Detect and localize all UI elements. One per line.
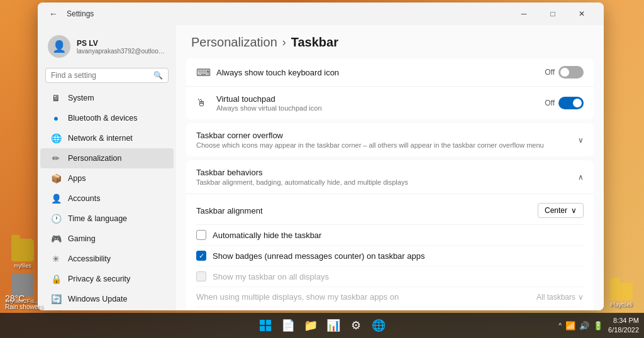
settings-window: ← Settings ─ □ ✕ 👤 PS LV lavanyaprakash3… xyxy=(38,3,604,310)
sidebar-item-accounts[interactable]: 👤 Accounts xyxy=(40,188,174,209)
page-header: Personalization › Taskbar xyxy=(176,25,604,55)
user-email: lavanyaprakash3792@outlook.c... xyxy=(77,48,165,55)
desktop-icon-folder-right[interactable]: PlaytSeli xyxy=(604,283,639,308)
taskbar-corner-overflow-section: Taskbar corner overflow Choose which ico… xyxy=(186,123,594,156)
sidebar-item-personalization[interactable]: ✏ Personalization xyxy=(40,148,174,168)
system-icon: 🖥 xyxy=(50,92,62,104)
window-controls: ─ □ ✕ xyxy=(509,5,596,23)
taskbar-browser[interactable]: 🌐 xyxy=(369,316,388,335)
touch-keyboard-row: ⌨ Always show touch keyboard icon Off xyxy=(186,58,594,87)
accounts-icon: 👤 xyxy=(50,193,62,204)
personalization-icon: ✏ xyxy=(50,153,62,164)
taskbar-explorer[interactable]: 📁 xyxy=(301,316,320,335)
accessibility-icon: ✳ xyxy=(50,253,62,264)
clock-area[interactable]: 8:34 PM 6/18/2022 xyxy=(608,316,639,335)
show-badges-row: ✓ Show badges (unread messages counter) … xyxy=(196,246,584,266)
sidebar-item-system[interactable]: 🖥 System xyxy=(40,88,174,108)
user-profile[interactable]: 👤 PS LV lavanyaprakash3792@outlook.c... xyxy=(38,30,176,65)
sidebar-item-time[interactable]: 🕐 Time & language xyxy=(40,209,174,229)
show-badges-checkbox[interactable]: ✓ xyxy=(196,251,206,261)
user-name: PS LV xyxy=(77,39,165,48)
search-container: 🔍 xyxy=(38,65,176,88)
taskbar-corner-overflow-header[interactable]: Taskbar corner overflow Choose which ico… xyxy=(186,123,594,156)
volume-icon: 🔊 xyxy=(579,321,589,330)
all-displays-row: Show my taskbar on all displays xyxy=(196,266,584,287)
maximize-button[interactable]: □ xyxy=(538,5,567,23)
touchpad-icon: 🖱 xyxy=(196,97,209,109)
sidebar-item-accessibility[interactable]: ✳ Accessibility xyxy=(40,249,174,269)
battery-icon: 🔋 xyxy=(593,321,603,330)
taskbar-app1[interactable]: 📊 xyxy=(324,316,343,335)
alignment-select[interactable]: Center ∨ xyxy=(538,203,584,218)
svg-rect-1 xyxy=(266,320,271,325)
virtual-touchpad-toggle[interactable] xyxy=(558,97,584,109)
sidebar-item-gaming[interactable]: 🎮 Gaming xyxy=(40,229,174,249)
keyboard-icon: ⌨ xyxy=(196,67,209,79)
taskbars-chevron-icon: ∨ xyxy=(578,293,584,302)
sidebar-item-privacy[interactable]: 🔒 Privacy & security xyxy=(40,269,174,289)
title-bar: ← Settings ─ □ ✕ xyxy=(38,3,604,25)
behaviors-chevron: ∧ xyxy=(578,173,584,182)
taskbar-search[interactable]: 📄 xyxy=(279,316,297,335)
taskbar: 📄 📁 📊 ⚙ 🌐 ^ 📶 🔊 🔋 8:34 PM 6/18/2022 xyxy=(0,313,644,338)
taskbar-behaviors-header[interactable]: Taskbar behaviors Taskbar alignment, bad… xyxy=(186,160,594,194)
sidebar: 👤 PS LV lavanyaprakash3792@outlook.c... … xyxy=(38,25,176,310)
alignment-chevron-icon: ∨ xyxy=(571,206,577,215)
behaviors-content: Taskbar alignment Center ∨ Automatically… xyxy=(186,194,594,310)
windows-update-icon: 🔄 xyxy=(50,293,62,305)
search-input[interactable] xyxy=(51,71,150,80)
desktop: myfiles myfiles2Fis... PlaytSeli ← Setti… xyxy=(0,0,644,338)
taskbar-center: 📄 📁 📊 ⚙ 🌐 xyxy=(256,316,388,335)
window-title: Settings xyxy=(67,9,94,18)
auto-hide-row: Automatically hide the taskbar xyxy=(196,225,584,246)
all-taskbars-select[interactable]: All taskbars ∨ xyxy=(536,293,584,302)
bluetooth-icon: ● xyxy=(50,112,62,124)
search-input-wrap[interactable]: 🔍 xyxy=(45,68,169,83)
toggle-knob-2 xyxy=(573,99,582,107)
avatar: 👤 xyxy=(48,35,70,58)
taskbar-settings[interactable]: ⚙ xyxy=(347,316,365,335)
apps-icon: 📦 xyxy=(50,173,62,184)
close-button[interactable]: ✕ xyxy=(567,5,596,23)
desktop-icon-myfiles[interactable]: myfiles xyxy=(5,239,40,269)
taskbar-right: ^ 📶 🔊 🔋 8:34 PM 6/18/2022 xyxy=(558,316,639,335)
sidebar-item-apps[interactable]: 📦 Apps xyxy=(40,168,174,188)
right-panel: Personalization › Taskbar ⌨ Always show … xyxy=(176,25,604,310)
touch-settings-section: ⌨ Always show touch keyboard icon Off xyxy=(186,58,594,119)
privacy-icon: 🔒 xyxy=(50,273,62,285)
sidebar-item-bluetooth[interactable]: ● Bluetooth & devices xyxy=(40,108,174,128)
virtual-touchpad-toggle-wrap: Off xyxy=(545,97,584,109)
svg-rect-0 xyxy=(260,320,265,325)
search-icon: 🔍 xyxy=(153,71,163,80)
main-content: 👤 PS LV lavanyaprakash3792@outlook.c... … xyxy=(38,25,604,310)
multi-display-row: When using multiple displays, show my ta… xyxy=(196,287,584,307)
svg-rect-3 xyxy=(266,326,271,331)
start-button[interactable] xyxy=(256,316,275,335)
back-button[interactable]: ← xyxy=(45,8,62,20)
corner-overflow-chevron: ∨ xyxy=(578,136,584,144)
gaming-icon: 🎮 xyxy=(50,233,62,244)
taskbar-behaviors-section: Taskbar behaviors Taskbar alignment, bad… xyxy=(186,160,594,310)
alignment-row: Taskbar alignment Center ∨ xyxy=(196,197,584,225)
time-icon: 🕐 xyxy=(50,213,62,224)
share-window-row: ✓ Share any window from my taskbar xyxy=(196,307,584,310)
system-tray: ^ 📶 🔊 🔋 xyxy=(558,321,603,330)
all-displays-checkbox[interactable] xyxy=(196,271,206,281)
sidebar-item-network[interactable]: 🌐 Network & internet xyxy=(40,128,174,148)
touch-keyboard-toggle[interactable] xyxy=(558,66,584,79)
breadcrumb: Personalization › Taskbar xyxy=(191,35,589,50)
network-icon: 🌐 xyxy=(50,133,62,144)
user-info: PS LV lavanyaprakash3792@outlook.c... xyxy=(77,39,165,55)
tray-chevron-icon[interactable]: ^ xyxy=(558,322,562,329)
toggle-knob xyxy=(560,68,569,77)
sidebar-item-windows-update[interactable]: 🔄 Windows Update xyxy=(40,289,174,309)
svg-rect-2 xyxy=(260,326,265,331)
virtual-touchpad-row: 🖱 Virtual touchpad Always show virtual t… xyxy=(186,87,594,119)
auto-hide-checkbox[interactable] xyxy=(196,230,206,240)
minimize-button[interactable]: ─ xyxy=(509,5,538,23)
touch-keyboard-toggle-wrap: Off xyxy=(545,66,584,79)
wifi-icon: 📶 xyxy=(565,321,575,330)
weather-area: 28°C Rain showers xyxy=(5,293,43,310)
